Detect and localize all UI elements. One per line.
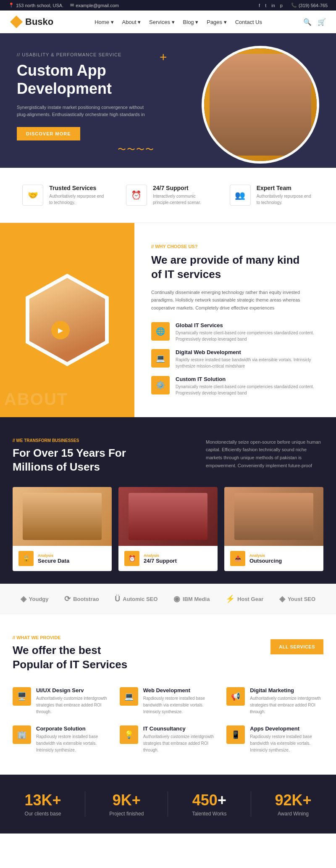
logo-icon [10,16,23,28]
location-icon: 📍 [8,3,14,8]
hero-description: Synergistically instate market positioni… [17,104,151,119]
global-it-title: Global IT Services [176,322,319,328]
brand-bootstrao: ⟳ Bootstrao [64,594,99,603]
custom-it-desc: Dynamically restore client-based core co… [176,384,319,396]
trusted-text: Trusted Services Authoritatively repurpo… [49,185,106,206]
brand-youstseo: ◈ Youst SEO [279,594,315,603]
phone: 📞 (319) 564-765 [291,3,328,8]
top-bar: 📍 153 north school, USA. ✉ example@gmail… [0,0,336,11]
counter-projects-value: 9K+ [109,791,144,809]
facebook-icon[interactable]: f [259,3,260,8]
support-desc: Interactively communic principle-centere… [153,193,210,206]
nav-contact[interactable]: Contact Us [235,19,262,25]
brand-youdgy: ◈ Youdgy [21,594,49,603]
dark-tag: // WE TRANSFORM BUSINESSES [13,438,126,443]
services-grid: 🖥️ UI/UX Design Serv Authoritatively cus… [13,687,323,754]
custom-it-icon: ⚙️ [151,376,170,394]
top-bar-right: f t in p 📞 (319) 564-765 [259,3,328,8]
secure-data-img [13,487,112,546]
about-image-area: ▶ ABOUT [0,223,134,417]
logo[interactable]: Busko [10,16,53,28]
support-bottom: ⏰ Analysis 24/7 Support [118,546,218,571]
custom-it-title: Custom IT Solution [176,376,319,382]
services-tag: // WHAT WE PROVIDE [13,635,127,640]
play-button[interactable]: ▶ [51,321,70,339]
stat-card-outsourcing: 📤 Analysis Outsourcing [224,487,323,571]
marketing-icon: 📢 [226,687,245,706]
outsourcing-title: Outsourcing [249,558,282,564]
services-section: // WHAT WE PROVIDE We offer the bestPopu… [0,614,336,775]
linkedin-icon[interactable]: in [271,3,275,8]
support-card-icon: ⏰ [124,551,139,566]
apps-title: Apps Development [250,725,323,732]
team-desc: Authoritatively repurpose end to technol… [257,193,314,206]
webdev-text: Web Development Rapdiously restore insta… [143,687,217,715]
apps-icon: 📱 [226,725,245,744]
counter-section: 13K+ Our clients base 9K+ Project finish… [0,775,336,834]
search-icon[interactable]: 🔍 [303,18,312,26]
marketing-title: Digital Marketing [250,687,323,693]
support-card-label: Analysis [144,553,177,558]
youdgy-name: Youdgy [29,596,49,602]
dark-left: // WE TRANSFORM BUSINESSES For Over 15 Y… [13,438,126,475]
trusted-title: Trusted Services [49,185,106,191]
twitter-icon[interactable]: t [265,3,266,8]
outsourcing-icon: 📤 [230,551,245,566]
counter-award-label: Award Wining [275,811,311,817]
all-services-button[interactable]: ALL SERVICES [270,639,323,654]
feature-team: 👥 Expert Team Authoritatively repurpose … [230,185,314,206]
web-dev-text: Digital Web Development Rapidly restore … [176,349,319,369]
hero-title: Custom AppDevelopment [17,61,151,98]
dark-right: Monotonectally seize open-source before … [206,438,323,475]
top-bar-left: 📍 153 north school, USA. ✉ example@gmail… [8,3,119,8]
about-content: // WHY CHOOSE US? We are provide of many… [134,223,336,417]
ibm-name: IBM Media [183,596,210,602]
dark-title: For Over 15 Years ForMillions of Users [13,446,126,475]
discover-more-button[interactable]: DISCOVER MORE [17,127,80,140]
services-title: We offer the bestPopular of IT Services [13,643,127,672]
bootstrao-name: Bootstrao [73,596,99,602]
brand-automic: Ü Automic SEO [115,595,158,603]
consultancy-icon: 💡 [120,725,138,744]
services-header-left: // WHAT WE PROVIDE We offer the bestPopu… [13,635,127,672]
outsourcing-bottom: 📤 Analysis Outsourcing [224,546,323,571]
counter-clients-value: 13K+ [24,791,61,809]
webdev-icon: 💻 [120,687,138,706]
corporate-text: Corporate Solution Rapdiously restore in… [36,725,110,754]
hero-image-area [160,33,336,168]
uiux-desc: Authoritatively customize interdgrowth s… [36,695,110,715]
hero-photo-inner [210,54,311,155]
about-section: ▶ ABOUT // WHY CHOOSE US? We are provide… [0,223,336,417]
counter-clients-label: Our clients base [24,811,61,817]
secure-label: Analysis [38,553,69,558]
about-service-web: 💻 Digital Web Development Rapidly restor… [151,349,319,369]
service-uiux: 🖥️ UI/UX Design Serv Authoritatively cus… [13,687,110,715]
outsourcing-label: Analysis [249,553,282,558]
team-icon: 👥 [230,185,251,206]
brand-ibm: ◉ IBM Media [173,594,210,603]
nav-icons: 🔍 🛒 [303,18,326,26]
support-img [118,487,218,546]
secure-text: Analysis Secure Data [38,553,69,564]
automic-name: Automic SEO [123,596,158,602]
brands-bar: ◈ Youdgy ⟳ Bootstrao Ü Automic SEO ◉ IBM… [0,584,336,614]
web-dev-title: Digital Web Development [176,349,319,355]
marketing-text: Digital Marketing Authoritatively custom… [250,687,323,715]
hostgear-icon: ⚡ [226,594,235,603]
counter-award: 92K+ Award Wining [275,791,311,817]
automic-icon: Ü [115,595,120,603]
dark-section: // WE TRANSFORM BUSINESSES For Over 15 Y… [0,417,336,584]
marketing-desc: Authoritatively customize interdgrowth s… [250,695,323,715]
nav-blog[interactable]: Blog ▾ [183,19,199,25]
consultancy-text: IT Counsultancy Authoritatively customiz… [143,725,217,754]
cart-icon[interactable]: 🛒 [318,18,326,26]
nav-services[interactable]: Services ▾ [149,19,174,25]
zigzag-icon: 〜〜〜〜 [118,144,155,155]
secure-icon: 🔒 [18,551,34,566]
nav-home[interactable]: Home ▾ [94,19,113,25]
counter-clients: 13K+ Our clients base [24,791,61,817]
nav-pages[interactable]: Pages ▾ [207,19,226,25]
nav-about[interactable]: About ▾ [122,19,141,25]
pinterest-icon[interactable]: p [280,3,283,8]
corporate-title: Corporate Solution [36,725,110,732]
